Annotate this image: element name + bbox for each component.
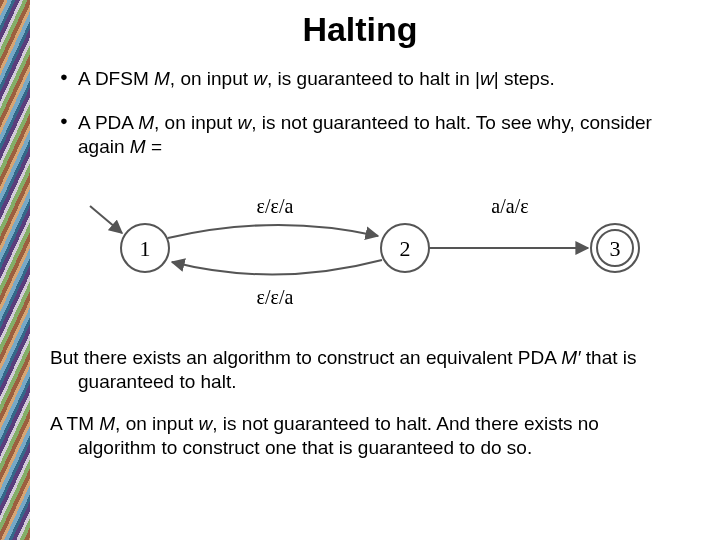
- bullet-pda: A PDA M, on input w, is not guaranteed t…: [60, 111, 680, 159]
- bullet-dfsm: A DFSM M, on input w, is guaranteed to h…: [60, 67, 680, 91]
- var-M: M: [130, 136, 146, 157]
- start-arrow-icon: [90, 206, 122, 233]
- text: A PDA: [78, 112, 138, 133]
- decorative-side-strip: [0, 0, 30, 540]
- text: , on input: [170, 68, 253, 89]
- var-w: w: [199, 413, 213, 434]
- text: , is guaranteed to halt in |: [267, 68, 480, 89]
- pda-diagram: 1 2 3 ε/ε/a ε/ε/a a/a/ε: [60, 178, 680, 318]
- edge-1-2: [168, 225, 378, 238]
- edge-1-2-label: ε/ε/a: [257, 195, 294, 217]
- var-w: w: [253, 68, 267, 89]
- slide: Halting A DFSM M, on input w, is guarant…: [0, 0, 720, 540]
- var-M-prime: M: [561, 347, 577, 368]
- edge-2-1: [172, 260, 382, 275]
- text: A TM: [50, 413, 99, 434]
- paragraph-equivalent-pda: But there exists an algorithm to constru…: [50, 346, 680, 394]
- slide-content: Halting A DFSM M, on input w, is guarant…: [50, 0, 700, 477]
- text: A DFSM: [78, 68, 154, 89]
- var-M: M: [138, 112, 154, 133]
- edge-2-3-label: a/a/ε: [491, 195, 528, 217]
- text: | steps.: [494, 68, 555, 89]
- paragraph-tm: A TM M, on input w, is not guaranteed to…: [50, 412, 680, 460]
- slide-title: Halting: [210, 10, 510, 49]
- pda-diagram-svg: 1 2 3 ε/ε/a ε/ε/a a/a/ε: [60, 178, 680, 318]
- bullet-list: A DFSM M, on input w, is guaranteed to h…: [50, 67, 680, 158]
- edge-2-1-label: ε/ε/a: [257, 286, 294, 308]
- text: , on input: [154, 112, 237, 133]
- state-3-label: 3: [610, 236, 621, 261]
- text: =: [146, 136, 162, 157]
- state-1-label: 1: [140, 236, 151, 261]
- text: But there exists an algorithm to constru…: [50, 347, 561, 368]
- var-M: M: [99, 413, 115, 434]
- var-M: M: [154, 68, 170, 89]
- var-w: w: [237, 112, 251, 133]
- text: , on input: [115, 413, 198, 434]
- state-2-label: 2: [400, 236, 411, 261]
- var-w: w: [480, 68, 494, 89]
